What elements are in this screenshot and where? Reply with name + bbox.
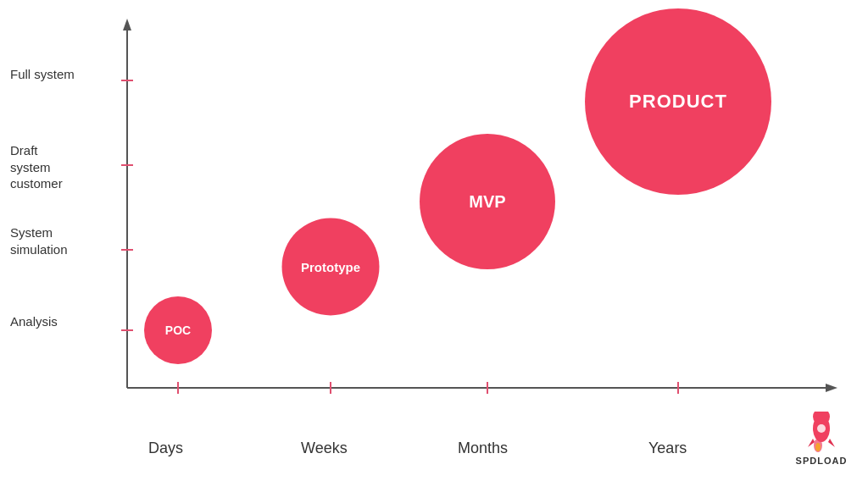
svg-point-15 [817,424,826,433]
bubble-product: PRODUCT [585,8,771,195]
bubble-mvp: MVP [420,134,555,269]
svg-point-18 [815,443,821,451]
x-label-days: Days [148,440,183,457]
x-label-years: Years [648,440,687,457]
spdload-logo: SPDLOAD [792,413,851,464]
svg-marker-1 [123,19,131,30]
y-label-draft-system: Draftsystemcustomer [10,142,63,192]
bubble-poc: POC [144,296,212,364]
y-label-analysis: Analysis [10,313,58,330]
logo-text: SPDLOAD [796,456,848,466]
x-label-weeks: Weeks [301,440,348,457]
svg-marker-16 [808,439,815,447]
bubble-prototype: Prototype [282,218,380,316]
y-label-full-system: Full system [10,66,75,83]
svg-marker-17 [828,439,835,447]
chart-container: Full system Draftsystemcustomer Systemsi… [0,0,868,481]
y-label-system-simulation: Systemsimulation [10,224,68,257]
svg-marker-3 [826,384,837,392]
rocket-icon [801,412,842,452]
x-label-months: Months [458,440,508,457]
